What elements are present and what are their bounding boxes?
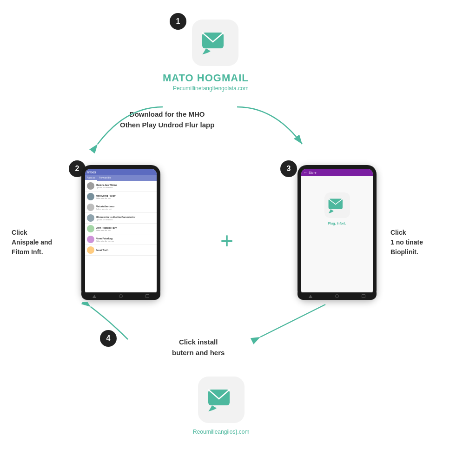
phone-1-email-list: Madena bro Thtima Lipethm bro fetimma Mo… — [85, 181, 157, 256]
phone-2-nav — [298, 292, 377, 300]
back-button — [309, 295, 312, 298]
list-item: Modevoltig Paligy Sithm eac dor etm — [85, 192, 157, 202]
phone-1-screen: Inbox Aaaa cc Forward bb Madena bro Thti… — [85, 169, 157, 296]
step-3-circle: 3 — [280, 160, 297, 177]
app-name-top: MATO HOGMAIL — [163, 72, 249, 84]
arrow-4-to-phone1 — [81, 302, 137, 342]
recent-button — [145, 294, 149, 298]
list-item: Fevet Truth — [85, 245, 157, 256]
phone-2-app-icon — [324, 192, 350, 218]
step-1-circle: 1 — [170, 13, 186, 30]
home-button — [335, 294, 339, 298]
arrow-3-to-step4 — [232, 300, 335, 346]
home-button — [119, 294, 123, 298]
plus-sign: + — [220, 228, 233, 253]
phone-1: Inbox Aaaa cc Forward bb Madena bro Thti… — [81, 165, 160, 300]
list-item: Mrlatmwrtin to Abetlim Comodentor Lipeth… — [85, 213, 157, 224]
app-url-top: Pecumillinetangltengolata.com — [173, 85, 249, 92]
step4-description: Click install butern and hers — [172, 337, 225, 358]
bottom-app-url: Reoumilleangiios}.com — [193, 429, 249, 435]
list-item: Madena bro Thtima Lipethm bro fetimma — [85, 181, 157, 192]
phone-2-header: ← Store — [301, 169, 373, 176]
bottom-app-icon-container: Reoumilleangiios}.com — [193, 377, 249, 435]
phone-1-nav — [81, 292, 160, 300]
page-container: 1 MATO HOGMAIL Pecumillinetangltengolata… — [0, 0, 476, 476]
list-item: Ewm Roctdnt Tpyy Sithm eac dor etm — [85, 224, 157, 234]
phone-2-screen: ← Store Flug. Infort. — [301, 169, 373, 296]
list-item: Flatortatbortenur Cethm abc etm cet — [85, 202, 157, 213]
bottom-app-icon — [198, 377, 245, 423]
phone-2-content: Flug. Infort. — [301, 176, 373, 232]
step3-description: Click 1 no tinate Bioplinit. — [390, 228, 423, 257]
back-button — [93, 295, 96, 298]
step2-description: Click Anispale and Fitom Inft. — [12, 228, 52, 257]
top-app-icon — [192, 20, 238, 66]
arrow-1-to-step3 — [228, 102, 311, 158]
arrow-2-to-step2 — [79, 102, 172, 158]
phone-1-tabs: Aaaa cc Forward bb — [85, 175, 157, 181]
list-item: Norm Fotadorg Sithm abc dor etm nm — [85, 234, 157, 245]
phone-2: ← Store Flug. Infort. — [298, 165, 377, 300]
phone-1-header: Inbox — [85, 169, 157, 175]
recent-button — [362, 294, 365, 298]
